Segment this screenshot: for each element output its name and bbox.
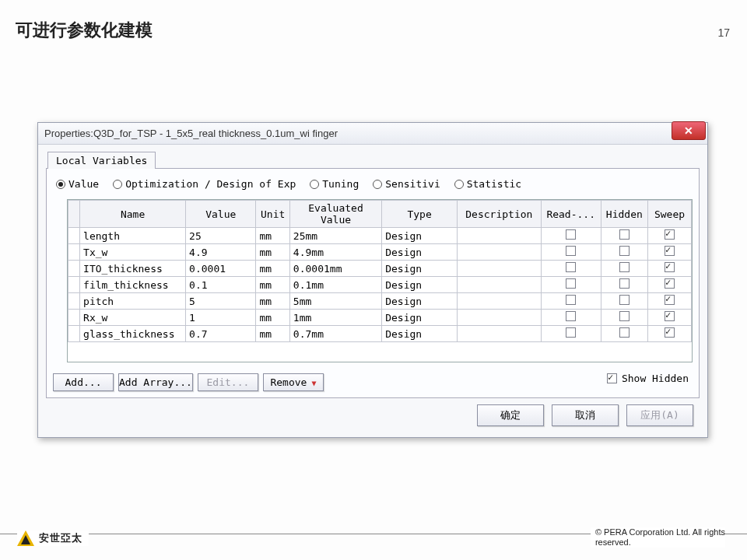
cancel-button[interactable]: 取消 [552,404,619,426]
cell-unit[interactable]: mm [256,293,289,310]
cell-evaluated[interactable]: 5mm [289,293,381,310]
radio-value[interactable]: Value [56,178,99,190]
cell-value[interactable]: 0.1 [186,277,256,293]
col-evaluated[interactable]: Evaluated Value [289,201,381,228]
cell-name[interactable]: length [80,228,186,244]
cell-unit[interactable]: mm [256,261,289,277]
cell-evaluated[interactable]: 25mm [289,228,381,244]
table-row[interactable]: Rx_w1mm1mmDesign [68,310,692,326]
cell-sweep[interactable] [647,244,691,261]
edit-button[interactable]: Edit... [198,373,258,391]
cell-sweep[interactable] [647,277,691,293]
cell-type[interactable]: Design [382,310,458,326]
tab-local-variables[interactable]: Local Variables [47,152,156,169]
show-hidden-checkbox[interactable]: Show Hidden [607,373,689,384]
col-name[interactable]: Name [80,201,186,228]
cell-evaluated[interactable]: 0.7mm [289,326,381,342]
cell-readonly[interactable] [541,293,601,310]
radio-dot-icon [454,180,464,189]
cell-readonly[interactable] [541,277,601,293]
variables-grid[interactable]: Name Value Unit Evaluated Value Type Des… [67,199,693,362]
cell-description[interactable] [458,261,542,277]
close-button[interactable]: ✕ [672,121,706,140]
cell-description[interactable] [458,293,542,310]
checkbox-icon [665,278,675,289]
cell-unit[interactable]: mm [256,326,289,342]
cell-value[interactable]: 5 [186,293,256,310]
cell-evaluated[interactable]: 1mm [289,310,381,326]
add-button[interactable]: Add... [53,373,114,391]
cell-readonly[interactable] [541,228,601,244]
ok-button[interactable]: 确定 [477,404,544,426]
cell-hidden[interactable] [601,244,647,261]
cell-readonly[interactable] [541,310,601,326]
cell-sweep[interactable] [647,326,691,342]
col-value[interactable]: Value [186,201,256,228]
cell-description[interactable] [458,326,542,342]
table-row[interactable]: length25mm25mmDesign [68,228,692,244]
cell-description[interactable] [458,310,542,326]
col-sweep[interactable]: Sweep [647,201,691,228]
cell-hidden[interactable] [601,261,647,277]
dialog-titlebar[interactable]: Properties: Q3D_for_TSP - 1_5x5_real thi… [38,123,707,145]
cell-sweep[interactable] [647,310,691,326]
cell-sweep[interactable] [647,261,691,277]
cell-name[interactable]: film_thickness [80,277,186,293]
table-row[interactable]: glass_thickness0.7mm0.7mmDesign [68,326,692,342]
cell-type[interactable]: Design [382,244,458,261]
cell-sweep[interactable] [647,293,691,310]
cell-readonly[interactable] [541,261,601,277]
cell-hidden[interactable] [601,326,647,342]
cell-type[interactable]: Design [382,326,458,342]
col-description[interactable]: Description [458,201,542,228]
cell-hidden[interactable] [601,310,647,326]
add-array-button[interactable]: Add Array... [118,373,193,391]
cell-description[interactable] [458,277,542,293]
col-hidden[interactable]: Hidden [601,201,647,228]
col-unit[interactable]: Unit [256,201,289,228]
cell-readonly[interactable] [541,326,601,342]
cell-description[interactable] [458,244,542,261]
checkbox-icon [607,373,617,383]
table-row[interactable]: ITO_thickness0.0001mm0.0001mmDesign [68,261,692,277]
cell-readonly[interactable] [541,244,601,261]
radio-statistics[interactable]: Statistic [454,178,521,190]
cell-unit[interactable]: mm [256,228,289,244]
cell-hidden[interactable] [601,277,647,293]
cell-type[interactable]: Design [382,228,458,244]
cell-value[interactable]: 0.0001 [186,261,256,277]
col-readonly[interactable]: Read-... [541,201,601,228]
cell-name[interactable]: glass_thickness [80,326,186,342]
header-row: Name Value Unit Evaluated Value Type Des… [68,201,692,228]
table-row[interactable]: pitch5mm5mmDesign [68,293,692,310]
cell-unit[interactable]: mm [256,277,289,293]
cell-name[interactable]: Tx_w [80,244,186,261]
cell-type[interactable]: Design [382,277,458,293]
cell-value[interactable]: 4.9 [186,244,256,261]
cell-name[interactable]: ITO_thickness [80,261,186,277]
remove-button[interactable]: Remove [263,373,324,391]
cell-value[interactable]: 1 [186,310,256,326]
radio-sensitivity[interactable]: Sensitivi [373,178,440,190]
cell-description[interactable] [458,228,542,244]
col-type[interactable]: Type [382,201,458,228]
table-row[interactable]: film_thickness0.1mm0.1mmDesign [68,277,692,293]
cell-sweep[interactable] [647,228,691,244]
cell-unit[interactable]: mm [256,310,289,326]
cell-name[interactable]: Rx_w [80,310,186,326]
table-row[interactable]: Tx_w4.9mm4.9mmDesign [68,244,692,261]
cell-type[interactable]: Design [382,261,458,277]
cell-value[interactable]: 25 [186,228,256,244]
cell-type[interactable]: Design [382,293,458,310]
apply-button[interactable]: 应用(A) [626,404,693,426]
cell-evaluated[interactable]: 4.9mm [289,244,381,261]
radio-optimization[interactable]: Optimization / Design of Exp [113,178,296,190]
cell-evaluated[interactable]: 0.1mm [289,277,381,293]
cell-evaluated[interactable]: 0.0001mm [289,261,381,277]
cell-name[interactable]: pitch [80,293,186,310]
cell-hidden[interactable] [601,293,647,310]
radio-tuning[interactable]: Tuning [310,178,359,190]
cell-value[interactable]: 0.7 [186,326,256,342]
cell-hidden[interactable] [601,228,647,244]
cell-unit[interactable]: mm [256,244,289,261]
